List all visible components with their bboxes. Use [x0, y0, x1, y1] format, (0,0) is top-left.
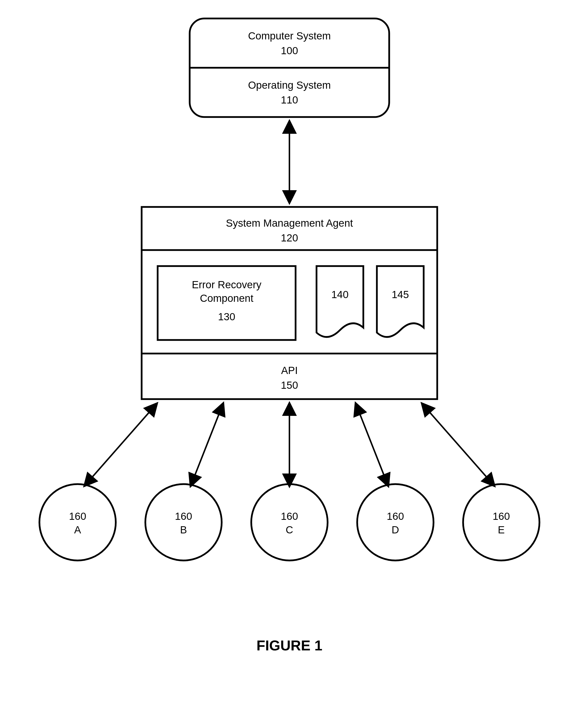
api-label: API: [281, 365, 298, 376]
doc-140-num: 140: [331, 289, 349, 300]
error-recovery-box: Error Recovery Component 130: [158, 266, 296, 340]
circle-a: 160 A: [39, 484, 116, 560]
doc-145-num: 145: [392, 289, 409, 300]
arrow-api-b: [191, 404, 223, 485]
document-145: 145: [377, 266, 424, 337]
circle-d-num: 160: [387, 510, 404, 522]
arrow-api-e: [422, 404, 494, 485]
error-recovery-line2: Component: [200, 292, 253, 304]
arrow-api-a: [85, 404, 156, 485]
error-recovery-line1: Error Recovery: [192, 279, 261, 290]
circle-d-letter: D: [392, 524, 399, 536]
circle-a-num: 160: [69, 510, 86, 522]
circle-b-letter: B: [180, 524, 187, 536]
computer-system-box: Computer System 100 Operating System 110: [190, 18, 389, 117]
circle-d: 160 D: [357, 484, 434, 560]
circle-c-letter: C: [286, 524, 293, 536]
api-num: 150: [281, 379, 298, 391]
svg-point-6: [39, 484, 116, 560]
circle-e: 160 E: [463, 484, 539, 560]
circle-b: 160 B: [145, 484, 222, 560]
circle-b-num: 160: [175, 510, 192, 522]
computer-system-label: Computer System: [248, 30, 331, 42]
circle-e-num: 160: [493, 510, 510, 522]
figure-label: FIGURE 1: [256, 637, 322, 653]
svg-point-7: [145, 484, 222, 560]
operating-system-label: Operating System: [248, 79, 331, 91]
agent-title: System Management Agent: [226, 217, 353, 229]
svg-point-9: [357, 484, 434, 560]
error-recovery-num: 130: [218, 311, 235, 322]
agent-num: 120: [281, 232, 298, 244]
circle-c: 160 C: [251, 484, 328, 560]
document-140: 140: [317, 266, 363, 337]
circle-e-letter: E: [498, 524, 505, 536]
system-management-agent-box: System Management Agent 120 Error Recove…: [142, 207, 437, 399]
arrow-api-d: [356, 404, 388, 485]
diagram-canvas: Computer System 100 Operating System 110…: [0, 0, 569, 728]
circle-a-letter: A: [74, 524, 81, 536]
computer-system-num: 100: [281, 45, 298, 56]
svg-point-8: [251, 484, 328, 560]
circle-c-num: 160: [281, 510, 298, 522]
svg-point-10: [463, 484, 539, 560]
operating-system-num: 110: [281, 94, 298, 106]
